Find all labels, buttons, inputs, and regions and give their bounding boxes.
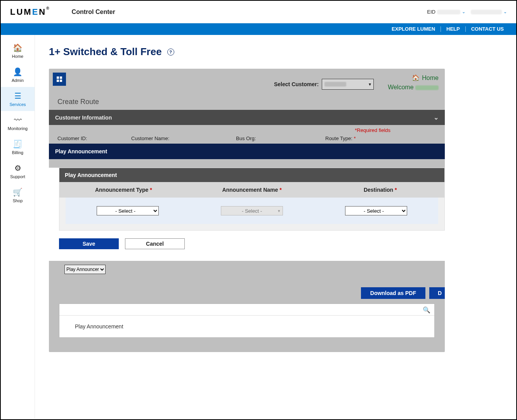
required-asterisk: * [279,187,281,193]
left-sidebar: 🏠 Home 👤 Admin ☰ Services 〰 Monitoring 🧾… [1,35,35,418]
chevron-down-icon: ⌄ [503,9,507,14]
customer-id-label: Customer ID: [57,135,112,141]
panel-right-links: 🏠 Home Welcome [388,74,439,91]
cart-icon: 🛒 [13,187,23,197]
play-announcement-bar: Play Announcement [49,144,445,159]
sidebar-item-label: Shop [13,198,23,203]
required-asterisk: * [395,187,397,193]
section-title: Create Route [49,92,445,110]
route-component-select[interactable]: Play Announcer [64,265,106,274]
save-button[interactable]: Save [59,238,119,249]
main-panel: Select Customer: ▾ 🏠 Home Welcome [49,69,445,352]
home-link[interactable]: 🏠 Home [412,74,439,82]
list-icon: ☰ [14,91,21,101]
nav-help[interactable]: HELP [441,26,465,32]
brand-logo: LUMEN® [10,7,49,17]
chevron-down-icon: ⌄ [434,114,439,121]
download-row: Download as PDF D [49,274,445,304]
sidebar-item-label: Home [12,54,23,59]
required-asterisk: * [354,135,356,141]
nav-contact-us[interactable]: CONTACT US [465,26,509,32]
customer-info-header[interactable]: Customer Information ⌄ [49,110,445,125]
svg-rect-2 [57,80,59,82]
select-customer-dropdown[interactable]: ▾ [322,79,374,90]
sidebar-item-label: Admin [12,78,24,83]
required-note-row: *Required fields [49,125,445,133]
col-announcement-type: Announcement Type * [59,187,188,193]
page-title: 1+ Switched & Toll Free [49,46,162,58]
sidebar-item-home[interactable]: 🏠 Home [1,39,35,63]
customer-name-label: Customer Name: [131,135,186,141]
page-title-row: 1+ Switched & Toll Free ? [49,46,512,58]
logo-part-2: N [39,7,46,17]
sidebar-item-admin[interactable]: 👤 Admin [1,63,35,87]
col-dest-label: Destination [364,187,393,193]
app-name: Control Center [72,9,115,16]
customer-info-row: Customer ID: Customer Name: Bus Org: Rou… [49,133,445,141]
customer-info-label: Customer Information [55,115,112,121]
play-announcement-header: Play Announcement [59,168,444,182]
select-customer-label: Select Customer: [274,81,319,87]
bus-org-label: Bus Org: [236,135,290,141]
play-announcement-row: - Select - - Select - - Select - [66,198,438,224]
user-dropdown[interactable]: ⌄ [471,9,507,14]
header-right: EID ⌄ ⌄ [427,9,507,15]
eid-dropdown[interactable]: EID ⌄ [427,9,465,15]
sidebar-item-monitoring[interactable]: 〰 Monitoring [1,111,35,135]
col-name-label: Announcement Name [222,187,278,193]
search-result-item[interactable]: Play Announcement [59,316,434,337]
user-icon: 👤 [13,67,23,76]
svg-rect-3 [60,80,62,82]
play-announcement-section: Play Announcement Announcement Type * An… [49,168,445,261]
download-pdf-button[interactable]: Download as PDF [361,287,425,299]
select-customer-wrap: Select Customer: ▾ [274,79,374,90]
cancel-button[interactable]: Cancel [125,238,185,249]
nav-explore-lumen[interactable]: EXPLORE LUMEN [386,26,441,32]
top-nav-bar: EXPLORE LUMEN HELP CONTACT US [1,23,516,35]
button-row: Save Cancel [49,231,445,253]
invoice-icon: 🧾 [13,139,23,149]
search-input-row[interactable]: 🔍 [59,304,434,316]
logo-reg-mark: ® [46,6,49,10]
apps-grid-button[interactable] [53,73,66,86]
col-announcement-name: Announcement Name * [188,187,316,193]
route-type-text: Route Type: [325,135,352,141]
home-icon: 🏠 [412,74,420,82]
play-announcement-columns: Announcement Type * Announcement Name * … [59,182,444,198]
sidebar-item-billing[interactable]: 🧾 Billing [1,135,35,159]
content-area: 1+ Switched & Toll Free ? Select Custome… [35,35,516,418]
sidebar-item-label: Support [10,174,25,179]
welcome-name-redacted [415,85,439,90]
route-type-label: Route Type: * [325,135,380,141]
sidebar-item-label: Services [9,102,26,107]
sidebar-item-shop[interactable]: 🛒 Shop [1,183,35,207]
search-results-box: 🔍 Play Announcement [59,304,435,338]
customer-value-redacted [324,82,346,87]
search-icon[interactable]: 🔍 [423,306,430,314]
required-note: *Required fields [355,127,390,133]
svg-rect-0 [57,76,59,79]
col-type-label: Announcement Type [95,187,148,193]
sidebar-item-support[interactable]: ⚙ Support [1,159,35,183]
chevron-down-icon: ⌄ [462,9,465,14]
lower-panel: Play Announcer Download as PDF D 🔍 Play … [49,261,445,349]
help-icon[interactable]: ? [167,49,174,56]
sidebar-item-label: Billing [12,150,23,155]
top-header: LUMEN® Control Center EID ⌄ ⌄ [1,1,516,23]
eid-label: EID [427,9,435,15]
required-asterisk: * [150,187,152,193]
logo-accent: E [32,7,39,17]
welcome-text: Welcome [388,84,439,91]
announcement-name-select: - Select - [221,206,283,215]
logo-part-1: LUM [10,7,32,17]
sidebar-item-services[interactable]: ☰ Services [1,87,35,111]
activity-icon: 〰 [14,116,22,125]
destination-select[interactable]: - Select - [345,206,407,215]
svg-rect-1 [60,76,62,79]
announcement-type-select[interactable]: - Select - [97,206,159,215]
home-icon: 🏠 [13,43,23,52]
home-link-label: Home [422,75,439,82]
sidebar-item-label: Monitoring [8,126,28,131]
col-destination: Destination * [316,187,444,193]
download-other-button[interactable]: D [429,287,445,299]
